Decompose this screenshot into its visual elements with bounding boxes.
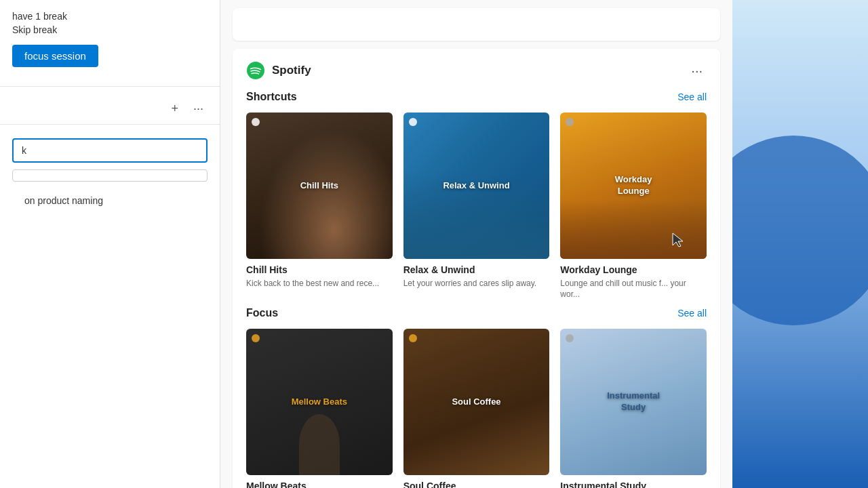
playlist-name-workday: Workday Lounge (560, 264, 707, 275)
task-input-active[interactable] (12, 138, 208, 163)
task-section: on product naming (0, 131, 220, 488)
playlist-item-workday-lounge[interactable]: Workday Lounge Workday Lounge Lounge and… (560, 113, 707, 300)
shortcuts-grid: Chill Hits Chill Hits Kick back to the b… (246, 113, 707, 300)
add-button[interactable]: + (167, 100, 182, 117)
playlist-thumb-mellow: Mellow Beats (246, 329, 393, 475)
cursor-overlay (671, 232, 686, 252)
focus-section: Focus See all Mellow Beats Mellow Beats (246, 307, 707, 488)
playlist-item-chill-hits[interactable]: Chill Hits Chill Hits Kick back to the b… (246, 113, 393, 300)
divider (0, 86, 220, 87)
divider2 (0, 124, 220, 125)
focus-grid: Mellow Beats Mellow Beats Stay relaxed w… (246, 329, 707, 488)
thumb-label-workday: Workday Lounge (568, 174, 699, 197)
shortcuts-see-all-button[interactable]: See all (677, 92, 707, 102)
focus-see-all-button[interactable]: See all (677, 308, 707, 319)
thumb-dot-instrumental (566, 334, 574, 342)
thumb-label-relax: Relax & Unwind (410, 180, 542, 191)
thumb-dot-soul (409, 334, 417, 342)
top-card (233, 8, 720, 41)
playlist-name-mellow: Mellow Beats (246, 481, 393, 488)
playlist-item-instrumental-study[interactable]: Instrumental Study Instrumental Study A … (560, 329, 707, 488)
playlist-name-instrumental: Instrumental Study (560, 481, 707, 488)
playlist-item-mellow-beats[interactable]: Mellow Beats Mellow Beats Stay relaxed w… (246, 329, 393, 488)
center-panel: Spotify ··· Shortcuts See all Chill Hits… (220, 0, 732, 488)
spotify-header: Spotify ··· (246, 61, 707, 80)
thumb-label-soul: Soul Coffee (410, 396, 542, 408)
skip-break[interactable]: Skip break (12, 24, 208, 35)
break-info: have 1 break (12, 11, 208, 22)
thumb-label-mellow: Mellow Beats (254, 396, 385, 408)
playlist-thumb-workday: Workday Lounge (560, 113, 707, 259)
playlist-thumb-soul: Soul Coffee (403, 329, 550, 475)
playlist-desc-chill: Kick back to the best new and rece... (246, 278, 393, 289)
task-box-empty (12, 169, 208, 182)
thumb-dot-chill (252, 118, 260, 126)
task-label: on product naming (12, 187, 208, 210)
playlist-item-soul-coffee[interactable]: Soul Coffee Soul Coffee The tunes to eas… (403, 329, 550, 488)
spotify-more-button[interactable]: ··· (687, 62, 707, 80)
playlist-name-chill: Chill Hits (246, 264, 393, 275)
thumb-label-instrumental: Instrumental Study (568, 390, 699, 413)
spotify-brand: Spotify (246, 61, 311, 80)
right-circle-decoration (732, 136, 868, 325)
playlist-name-soul: Soul Coffee (403, 481, 550, 488)
add-more-row: + ··· (0, 94, 220, 124)
playlist-desc-workday: Lounge and chill out music f... your wor… (560, 278, 707, 301)
spotify-card: Spotify ··· Shortcuts See all Chill Hits… (233, 49, 720, 488)
playlist-desc-relax: Let your worries and cares slip away. (403, 278, 550, 289)
thumb-dot-workday (566, 118, 574, 126)
thumb-dot-relax (409, 118, 417, 126)
more-options-button[interactable]: ··· (189, 100, 208, 117)
playlist-thumb-instrumental: Instrumental Study (560, 329, 707, 475)
playlist-thumb-relax: Relax & Unwind (403, 113, 550, 259)
focus-title: Focus (246, 307, 278, 319)
svg-marker-1 (673, 233, 683, 247)
focus-section-header: Focus See all (246, 307, 707, 319)
right-panel (732, 0, 868, 488)
playlist-thumb-chill-hits: Chill Hits (246, 113, 393, 259)
shortcuts-title: Shortcuts (246, 91, 297, 103)
shortcuts-section-header: Shortcuts See all (246, 91, 707, 103)
spotify-name: Spotify (272, 64, 311, 77)
playlist-name-relax: Relax & Unwind (403, 264, 550, 275)
thumb-label-chill: Chill Hits (254, 180, 385, 191)
playlist-item-relax-unwind[interactable]: Relax & Unwind Relax & Unwind Let your w… (403, 113, 550, 300)
spotify-logo-icon (246, 61, 265, 80)
focus-session-button[interactable]: focus session (12, 45, 98, 67)
left-panel: have 1 break Skip break focus session + … (0, 0, 220, 488)
